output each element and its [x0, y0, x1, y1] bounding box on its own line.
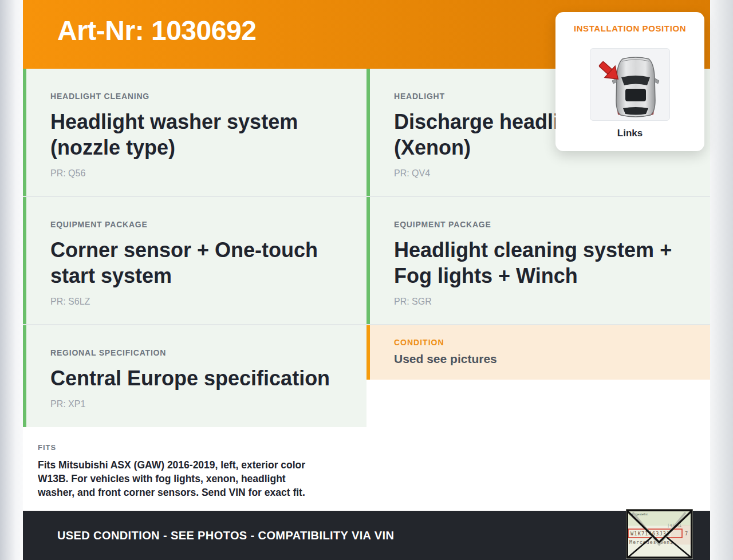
card-title: Corner sensor + One-touch start system	[50, 237, 342, 289]
card-condition: CONDITION Used see pictures	[366, 325, 710, 380]
card-title: Headlight washer system (nozzle type)	[50, 109, 342, 160]
card-title-line: Corner sensor + One-touch	[50, 237, 342, 263]
card-title-line: Fog lights + Winch	[394, 263, 686, 289]
fits-text-line: W13B. For vehicles with fog lights, xeno…	[38, 472, 350, 486]
pr-code: PR: XP1	[50, 399, 342, 409]
card-title: Headlight cleaning system + Fog lights +…	[394, 237, 686, 289]
vin-doc-make-text: Mercedes-Benz	[629, 539, 673, 545]
card-headlight-cleaning: HEADLIGHT CLEANING Headlight washer syst…	[23, 69, 366, 196]
card-regional-specification: REGIONAL SPECIFICATION Central Europe sp…	[23, 325, 366, 427]
vin-document-envelope-icon: Fahrgestellnr. |4| Ai W1K71463J31 7 Merc…	[626, 509, 693, 559]
fits-text: Fits Mitsubishi ASX (GAW) 2016-2019, lef…	[38, 458, 350, 499]
pr-code: PR: QV4	[394, 168, 686, 179]
card-title: Central Europe specification	[50, 365, 342, 391]
card-label: HEADLIGHT CLEANING	[50, 92, 342, 101]
article-number-title: Art-Nr: 1030692	[57, 16, 256, 46]
installation-position-label: INSTALLATION POSITION	[555, 23, 704, 33]
card-label: EQUIPMENT PACKAGE	[394, 220, 686, 229]
card-label: REGIONAL SPECIFICATION	[50, 348, 342, 357]
installation-image-box	[590, 48, 670, 121]
vin-doc-vin-suffix: 7	[685, 531, 688, 537]
page: Art-Nr: 1030692 HEADLIGHT CLEANING Headl…	[0, 0, 733, 560]
pr-code: PR: S6LZ	[50, 297, 342, 307]
pr-code: PR: SGR	[394, 297, 686, 307]
card-title-line: Central Europe specification	[50, 365, 342, 391]
card-label: EQUIPMENT PACKAGE	[50, 220, 342, 229]
condition-value: Used see pictures	[394, 352, 686, 366]
card-title-line: start system	[50, 263, 342, 289]
condition-label: CONDITION	[394, 338, 686, 347]
footer-text: USED CONDITION - SEE PHOTOS - COMPATIBIL…	[57, 511, 394, 560]
installation-position-card: INSTALLATION POSITION	[555, 12, 704, 151]
installation-position-value: Links	[555, 128, 704, 139]
pr-code: PR: Q56	[50, 168, 342, 179]
fits-label: FITS	[38, 443, 350, 452]
card-equipment-package-1: EQUIPMENT PACKAGE Corner sensor + One-to…	[23, 197, 366, 324]
card-fits: FITS Fits Mitsubishi ASX (GAW) 2016-2019…	[23, 429, 366, 510]
card-title-line: Headlight washer system	[50, 109, 342, 135]
fits-text-line: Fits Mitsubishi ASX (GAW) 2016-2019, lef…	[38, 458, 350, 472]
car-top-view-icon	[596, 51, 664, 119]
card-title-line: (nozzle type)	[50, 135, 342, 160]
content-area: Art-Nr: 1030692 HEADLIGHT CLEANING Headl…	[23, 0, 710, 560]
footer-bar: USED CONDITION - SEE PHOTOS - COMPATIBIL…	[23, 511, 710, 560]
card-equipment-package-2: EQUIPMENT PACKAGE Headlight cleaning sys…	[366, 197, 710, 324]
fits-text-line: washer, and front corner sensors. Send V…	[38, 486, 350, 499]
card-title-line: Headlight cleaning system +	[394, 237, 686, 263]
